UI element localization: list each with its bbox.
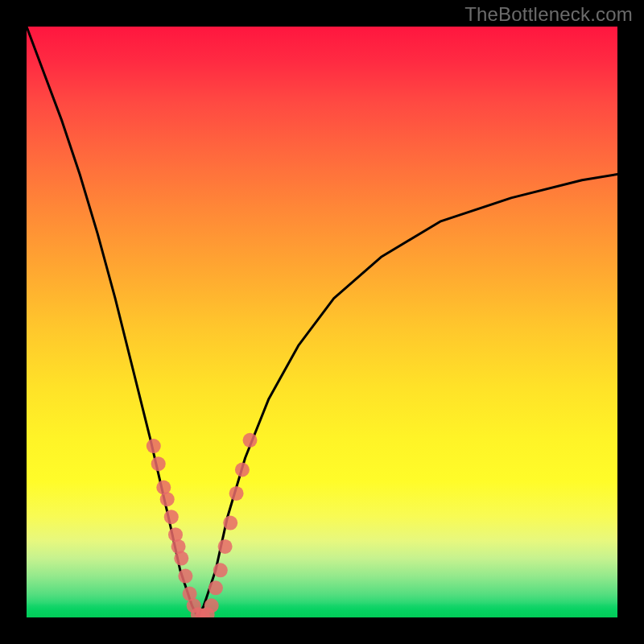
data-point (204, 598, 219, 613)
data-point (213, 563, 228, 577)
bottleneck-curve-path (27, 27, 617, 617)
data-point (160, 492, 175, 506)
data-point (229, 486, 244, 501)
chart-svg (27, 27, 617, 617)
data-points (147, 433, 258, 617)
plot-area (27, 27, 617, 617)
data-point (174, 551, 188, 566)
data-point (218, 539, 233, 554)
data-point (164, 510, 179, 524)
watermark-text: TheBottleneck.com (464, 3, 633, 26)
bottleneck-curve (27, 27, 617, 617)
data-point (223, 516, 237, 530)
data-point (208, 580, 223, 595)
chart-frame: TheBottleneck.com (0, 0, 644, 644)
data-point (178, 569, 192, 584)
data-point (151, 456, 166, 471)
data-point (147, 439, 161, 453)
data-point (243, 433, 258, 448)
data-point (235, 463, 250, 477)
